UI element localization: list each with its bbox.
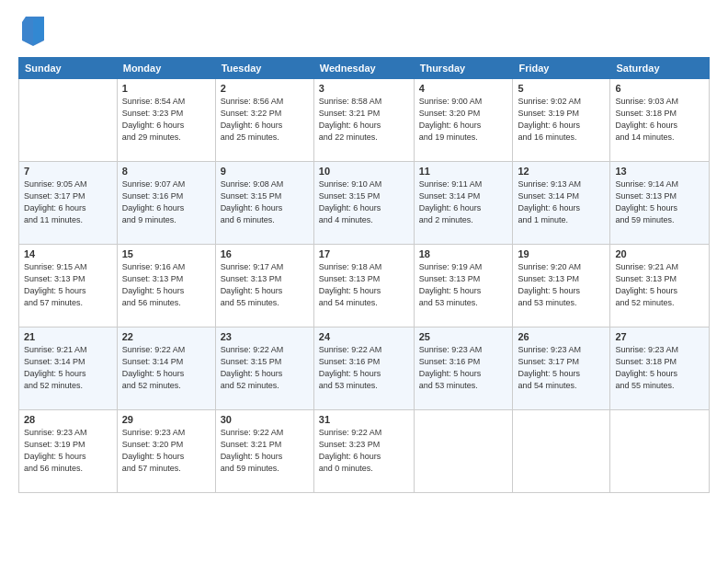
calendar-cell: 11Sunrise: 9:11 AM Sunset: 3:14 PM Dayli… bbox=[414, 162, 513, 245]
calendar-header-thursday: Thursday bbox=[414, 58, 513, 79]
calendar-cell: 3Sunrise: 8:58 AM Sunset: 3:21 PM Daylig… bbox=[313, 79, 414, 162]
logo bbox=[18, 15, 51, 48]
day-info: Sunrise: 9:07 AM Sunset: 3:16 PM Dayligh… bbox=[122, 178, 210, 226]
calendar-week-2: 7Sunrise: 9:05 AM Sunset: 3:17 PM Daylig… bbox=[19, 162, 710, 245]
day-info: Sunrise: 9:03 AM Sunset: 3:18 PM Dayligh… bbox=[615, 96, 704, 144]
calendar-cell: 18Sunrise: 9:19 AM Sunset: 3:13 PM Dayli… bbox=[414, 245, 513, 327]
day-info: Sunrise: 9:23 AM Sunset: 3:16 PM Dayligh… bbox=[419, 344, 508, 392]
day-info: Sunrise: 9:23 AM Sunset: 3:20 PM Dayligh… bbox=[122, 427, 210, 475]
day-number: 17 bbox=[319, 248, 409, 259]
day-number: 15 bbox=[122, 248, 210, 259]
calendar-header-friday: Friday bbox=[513, 58, 610, 79]
day-info: Sunrise: 8:54 AM Sunset: 3:23 PM Dayligh… bbox=[122, 96, 210, 144]
day-number: 26 bbox=[518, 331, 605, 342]
header bbox=[18, 15, 710, 48]
calendar-cell: 23Sunrise: 9:22 AM Sunset: 3:15 PM Dayli… bbox=[215, 327, 313, 410]
calendar-cell: 21Sunrise: 9:21 AM Sunset: 3:14 PM Dayli… bbox=[19, 327, 118, 410]
calendar-cell: 28Sunrise: 9:23 AM Sunset: 3:19 PM Dayli… bbox=[19, 410, 118, 493]
calendar-cell: 24Sunrise: 9:22 AM Sunset: 3:16 PM Dayli… bbox=[313, 327, 414, 410]
day-info: Sunrise: 9:22 AM Sunset: 3:16 PM Dayligh… bbox=[319, 344, 409, 392]
day-info: Sunrise: 9:23 AM Sunset: 3:19 PM Dayligh… bbox=[24, 427, 112, 475]
day-info: Sunrise: 8:58 AM Sunset: 3:21 PM Dayligh… bbox=[319, 96, 409, 144]
day-number: 9 bbox=[221, 166, 309, 177]
calendar-week-1: 1Sunrise: 8:54 AM Sunset: 3:23 PM Daylig… bbox=[19, 79, 710, 162]
day-number: 28 bbox=[24, 414, 112, 425]
calendar-cell: 12Sunrise: 9:13 AM Sunset: 3:14 PM Dayli… bbox=[513, 162, 610, 245]
day-number: 7 bbox=[24, 166, 112, 177]
day-info: Sunrise: 9:22 AM Sunset: 3:21 PM Dayligh… bbox=[221, 427, 309, 475]
day-number: 6 bbox=[615, 83, 704, 94]
day-info: Sunrise: 9:11 AM Sunset: 3:14 PM Dayligh… bbox=[419, 178, 508, 226]
calendar-cell: 1Sunrise: 8:54 AM Sunset: 3:23 PM Daylig… bbox=[117, 79, 215, 162]
calendar-cell: 16Sunrise: 9:17 AM Sunset: 3:13 PM Dayli… bbox=[215, 245, 313, 327]
day-info: Sunrise: 9:23 AM Sunset: 3:17 PM Dayligh… bbox=[518, 344, 605, 392]
day-number: 11 bbox=[419, 166, 508, 177]
day-number: 2 bbox=[221, 83, 309, 94]
day-number: 23 bbox=[221, 331, 309, 342]
calendar-cell: 30Sunrise: 9:22 AM Sunset: 3:21 PM Dayli… bbox=[215, 410, 313, 493]
day-info: Sunrise: 9:14 AM Sunset: 3:13 PM Dayligh… bbox=[615, 178, 704, 226]
day-number: 8 bbox=[122, 166, 210, 177]
day-info: Sunrise: 8:56 AM Sunset: 3:22 PM Dayligh… bbox=[221, 96, 309, 144]
calendar-cell: 20Sunrise: 9:21 AM Sunset: 3:13 PM Dayli… bbox=[610, 245, 710, 327]
day-info: Sunrise: 9:08 AM Sunset: 3:15 PM Dayligh… bbox=[221, 178, 309, 226]
day-info: Sunrise: 9:22 AM Sunset: 3:15 PM Dayligh… bbox=[221, 344, 309, 392]
calendar-week-3: 14Sunrise: 9:15 AM Sunset: 3:13 PM Dayli… bbox=[19, 245, 710, 327]
day-number: 1 bbox=[122, 83, 210, 94]
calendar-cell: 10Sunrise: 9:10 AM Sunset: 3:15 PM Dayli… bbox=[313, 162, 414, 245]
calendar-cell: 2Sunrise: 8:56 AM Sunset: 3:22 PM Daylig… bbox=[215, 79, 313, 162]
day-info: Sunrise: 9:18 AM Sunset: 3:13 PM Dayligh… bbox=[319, 261, 409, 309]
calendar-header-monday: Monday bbox=[117, 58, 215, 79]
calendar-header-tuesday: Tuesday bbox=[215, 58, 313, 79]
calendar-cell: 31Sunrise: 9:22 AM Sunset: 3:23 PM Dayli… bbox=[313, 410, 414, 493]
day-info: Sunrise: 9:02 AM Sunset: 3:19 PM Dayligh… bbox=[518, 96, 605, 144]
calendar-cell bbox=[19, 79, 118, 162]
day-info: Sunrise: 9:20 AM Sunset: 3:13 PM Dayligh… bbox=[518, 261, 605, 309]
day-info: Sunrise: 9:22 AM Sunset: 3:14 PM Dayligh… bbox=[122, 344, 210, 392]
logo-icon bbox=[18, 15, 48, 48]
day-number: 18 bbox=[419, 248, 508, 259]
calendar-cell: 5Sunrise: 9:02 AM Sunset: 3:19 PM Daylig… bbox=[513, 79, 610, 162]
calendar-cell bbox=[414, 410, 513, 493]
calendar-cell: 15Sunrise: 9:16 AM Sunset: 3:13 PM Dayli… bbox=[117, 245, 215, 327]
calendar-cell: 6Sunrise: 9:03 AM Sunset: 3:18 PM Daylig… bbox=[610, 79, 710, 162]
day-info: Sunrise: 9:05 AM Sunset: 3:17 PM Dayligh… bbox=[24, 178, 112, 226]
calendar-header-wednesday: Wednesday bbox=[313, 58, 414, 79]
day-number: 24 bbox=[319, 331, 409, 342]
calendar-cell: 25Sunrise: 9:23 AM Sunset: 3:16 PM Dayli… bbox=[414, 327, 513, 410]
calendar: SundayMondayTuesdayWednesdayThursdayFrid… bbox=[18, 57, 710, 493]
day-number: 25 bbox=[419, 331, 508, 342]
calendar-cell bbox=[513, 410, 610, 493]
calendar-cell bbox=[610, 410, 710, 493]
day-number: 27 bbox=[615, 331, 704, 342]
calendar-cell: 14Sunrise: 9:15 AM Sunset: 3:13 PM Dayli… bbox=[19, 245, 118, 327]
calendar-header-saturday: Saturday bbox=[610, 58, 710, 79]
calendar-cell: 9Sunrise: 9:08 AM Sunset: 3:15 PM Daylig… bbox=[215, 162, 313, 245]
day-number: 20 bbox=[615, 248, 704, 259]
day-info: Sunrise: 9:17 AM Sunset: 3:13 PM Dayligh… bbox=[221, 261, 309, 309]
day-info: Sunrise: 9:23 AM Sunset: 3:18 PM Dayligh… bbox=[615, 344, 704, 392]
day-number: 13 bbox=[615, 166, 704, 177]
day-number: 5 bbox=[518, 83, 605, 94]
day-number: 4 bbox=[419, 83, 508, 94]
calendar-header-sunday: Sunday bbox=[19, 58, 118, 79]
day-info: Sunrise: 9:00 AM Sunset: 3:20 PM Dayligh… bbox=[419, 96, 508, 144]
calendar-week-4: 21Sunrise: 9:21 AM Sunset: 3:14 PM Dayli… bbox=[19, 327, 710, 410]
day-number: 14 bbox=[24, 248, 112, 259]
day-info: Sunrise: 9:13 AM Sunset: 3:14 PM Dayligh… bbox=[518, 178, 605, 226]
day-info: Sunrise: 9:21 AM Sunset: 3:14 PM Dayligh… bbox=[24, 344, 112, 392]
calendar-cell: 27Sunrise: 9:23 AM Sunset: 3:18 PM Dayli… bbox=[610, 327, 710, 410]
day-number: 31 bbox=[319, 414, 409, 425]
day-number: 16 bbox=[221, 248, 309, 259]
day-info: Sunrise: 9:15 AM Sunset: 3:13 PM Dayligh… bbox=[24, 261, 112, 309]
day-info: Sunrise: 9:19 AM Sunset: 3:13 PM Dayligh… bbox=[419, 261, 508, 309]
calendar-cell: 19Sunrise: 9:20 AM Sunset: 3:13 PM Dayli… bbox=[513, 245, 610, 327]
calendar-cell: 29Sunrise: 9:23 AM Sunset: 3:20 PM Dayli… bbox=[117, 410, 215, 493]
day-number: 12 bbox=[518, 166, 605, 177]
day-number: 3 bbox=[319, 83, 409, 94]
calendar-cell: 17Sunrise: 9:18 AM Sunset: 3:13 PM Dayli… bbox=[313, 245, 414, 327]
day-number: 21 bbox=[24, 331, 112, 342]
calendar-week-5: 28Sunrise: 9:23 AM Sunset: 3:19 PM Dayli… bbox=[19, 410, 710, 493]
calendar-cell: 13Sunrise: 9:14 AM Sunset: 3:13 PM Dayli… bbox=[610, 162, 710, 245]
calendar-cell: 4Sunrise: 9:00 AM Sunset: 3:20 PM Daylig… bbox=[414, 79, 513, 162]
